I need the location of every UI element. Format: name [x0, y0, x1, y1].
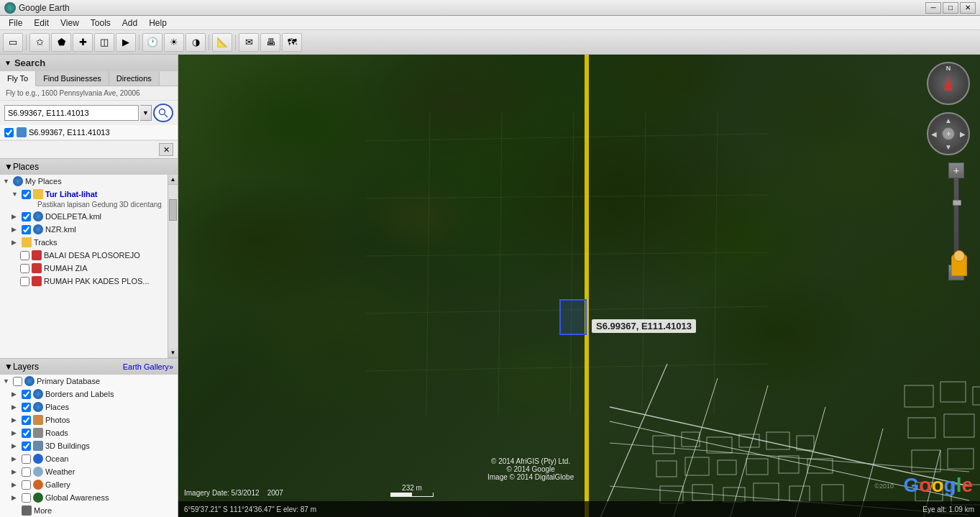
- result-checkbox[interactable]: [4, 128, 14, 137]
- places-item-my-places[interactable]: ▼ My Places: [0, 175, 168, 188]
- toolbar-sidebar-btn[interactable]: ▭: [3, 33, 23, 52]
- places-item-tracks[interactable]: ▶ Tracks: [0, 236, 168, 249]
- menu-tools[interactable]: Tools: [85, 17, 116, 29]
- layer-item-gallery[interactable]: ▶ Gallery: [0, 478, 178, 491]
- toolbar-path-btn[interactable]: ✚: [73, 33, 93, 52]
- weather-checkbox[interactable]: [22, 467, 31, 477]
- search-input[interactable]: [4, 105, 139, 121]
- zoom-slider-thumb[interactable]: [953, 200, 961, 206]
- menu-file[interactable]: File: [3, 17, 28, 29]
- pegman-icon[interactable]: [951, 255, 967, 276]
- expander-icon: ▶: [12, 213, 20, 220]
- maximize-button[interactable]: □: [943, 2, 958, 14]
- toolbar-measure-btn[interactable]: 📐: [212, 33, 232, 52]
- expander-icon: ▶: [12, 494, 20, 501]
- nav-compass[interactable]: N: [927, 62, 970, 105]
- layer-item-awareness[interactable]: ▶ Global Awareness: [0, 491, 178, 504]
- close-button[interactable]: ✕: [960, 2, 976, 14]
- layer-item-photos[interactable]: ▶ Photos: [0, 413, 178, 426]
- layer-item-more[interactable]: More: [0, 504, 178, 517]
- toolbar-maps-btn[interactable]: 🗺: [282, 33, 302, 52]
- layer-item-roads[interactable]: ▶ Roads: [0, 426, 178, 439]
- menu-add[interactable]: Add: [116, 17, 143, 29]
- scroll-down-btn[interactable]: ▼: [168, 348, 178, 358]
- roads-checkbox[interactable]: [22, 429, 31, 438]
- tab-fly-to[interactable]: Fly To: [0, 71, 36, 86]
- earth-gallery-button[interactable]: Earth Gallery »: [123, 362, 173, 371]
- pan-control[interactable]: ▲ ▼ ◀ ▶ ✛: [927, 112, 970, 155]
- toolbar-sky-btn[interactable]: ◑: [186, 33, 206, 52]
- places-tree-container: ▼ My Places ▼ Tur Lihat-lihat Pastikan l…: [0, 175, 178, 358]
- pan-down-icon[interactable]: ▼: [945, 143, 952, 151]
- toolbar-sun-btn[interactable]: ☀: [164, 33, 184, 52]
- svg-rect-40: [905, 385, 933, 407]
- toolbar-placemark-btn[interactable]: ✩: [29, 33, 50, 52]
- gallery-checkbox[interactable]: [22, 480, 31, 490]
- places-item-rumah-pak[interactable]: RUMAH PAK KADES PLOS...: [0, 275, 168, 288]
- rumah-zia-checkbox[interactable]: [20, 264, 29, 273]
- copyright-line3: Image © 2014 DigitalGlobe: [487, 473, 574, 481]
- layer-item-borders[interactable]: ▶ Borders and Labels: [0, 388, 178, 401]
- places-item-rumah-zia[interactable]: RUMAH ZIA: [0, 262, 168, 275]
- more-icon: [22, 505, 32, 516]
- zoom-in-button[interactable]: +: [948, 163, 964, 178]
- pan-right-icon[interactable]: ▶: [960, 130, 966, 138]
- search-go-button[interactable]: [153, 104, 173, 122]
- scroll-thumb[interactable]: [169, 199, 177, 221]
- app-icon: [4, 2, 16, 14]
- places-item-doelpeta[interactable]: ▶ DOELPETA.kml: [0, 210, 168, 223]
- globe-icon: [13, 176, 23, 186]
- places-label-tracks: Tracks: [34, 238, 58, 247]
- layer-label-more: More: [34, 506, 52, 515]
- toolbar-email-btn[interactable]: ✉: [239, 33, 259, 52]
- awareness-checkbox[interactable]: [22, 493, 31, 503]
- pan-left-icon[interactable]: ◀: [931, 130, 937, 138]
- compass-ring[interactable]: N: [927, 62, 970, 105]
- search-header[interactable]: ▼ Search: [0, 55, 178, 71]
- search-close-button[interactable]: ✕: [159, 143, 173, 156]
- toolbar-historical-btn[interactable]: 🕐: [142, 33, 162, 52]
- buildings-checkbox[interactable]: [22, 441, 31, 451]
- balai-checkbox[interactable]: [20, 251, 29, 260]
- menu-help[interactable]: Help: [143, 17, 173, 29]
- layer-label-gallery: Gallery: [45, 480, 70, 489]
- places-layer-checkbox[interactable]: [22, 403, 31, 412]
- toolbar-tour-btn[interactable]: ▶: [116, 33, 136, 52]
- toolbar-polygon-btn[interactable]: ⬟: [51, 33, 71, 52]
- places-item-tur[interactable]: ▼ Tur Lihat-lihat: [0, 188, 168, 201]
- tur-checkbox[interactable]: [22, 190, 31, 199]
- pan-up-icon[interactable]: ▲: [945, 116, 952, 124]
- minimize-button[interactable]: ─: [925, 2, 941, 14]
- toolbar-overlay-btn[interactable]: ◫: [94, 33, 114, 52]
- photos-checkbox[interactable]: [22, 416, 31, 425]
- layers-title: Layers: [13, 362, 39, 372]
- rumah-pak-checkbox[interactable]: [20, 277, 29, 286]
- search-result-item[interactable]: S6.99367, E111.41013: [0, 125, 178, 140]
- tab-find-businesses[interactable]: Find Businesses: [36, 71, 109, 86]
- primary-checkbox[interactable]: [13, 377, 22, 386]
- layer-item-ocean[interactable]: ▶ Ocean: [0, 452, 178, 465]
- borders-checkbox[interactable]: [22, 390, 31, 399]
- search-dropdown-btn[interactable]: ▼: [140, 105, 152, 121]
- places-item-balai[interactable]: BALAI DESA PLOSOREJO: [0, 249, 168, 262]
- menu-view[interactable]: View: [55, 17, 85, 29]
- places-header[interactable]: ▼ Places: [0, 159, 178, 175]
- layer-item-primary[interactable]: ▼ Primary Database: [0, 375, 178, 388]
- earth-gallery-arrow: »: [169, 362, 173, 371]
- layers-header[interactable]: ▼ Layers Earth Gallery »: [0, 359, 178, 375]
- doelpeta-checkbox[interactable]: [22, 212, 31, 221]
- places-label-rumah-zia: RUMAH ZIA: [44, 264, 88, 273]
- tab-directions[interactable]: Directions: [109, 71, 160, 86]
- layer-item-buildings[interactable]: ▶ 3D Buildings: [0, 439, 178, 452]
- nzr-checkbox[interactable]: [22, 225, 31, 234]
- toolbar-print-btn[interactable]: 🖶: [260, 33, 280, 52]
- scroll-up-btn[interactable]: ▲: [168, 175, 178, 185]
- pan-center-btn[interactable]: ✛: [942, 127, 955, 140]
- map-area[interactable]: S6.99367, E111.41013 N ▲ ▼ ◀ ▶ ✛ +: [178, 55, 980, 517]
- places-item-nzr[interactable]: ▶ NZR.kml: [0, 223, 168, 236]
- ocean-checkbox[interactable]: [22, 454, 31, 464]
- svg-rect-32: [779, 456, 799, 473]
- layer-item-weather[interactable]: ▶ Weather: [0, 465, 178, 478]
- layer-item-places[interactable]: ▶ Places: [0, 401, 178, 413]
- menu-edit[interactable]: Edit: [28, 17, 55, 29]
